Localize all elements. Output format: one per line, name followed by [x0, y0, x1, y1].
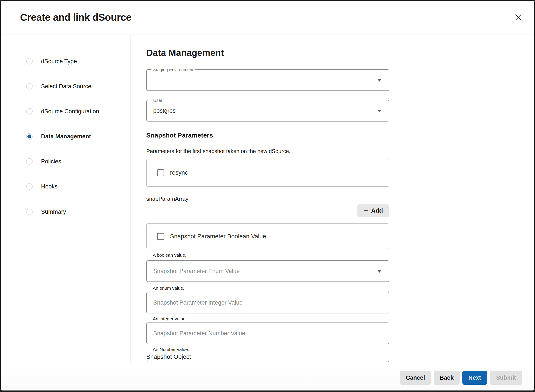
step-circle-icon [26, 83, 33, 90]
close-button[interactable] [513, 12, 524, 23]
chevron-down-icon [377, 110, 382, 112]
step-circle-icon [26, 209, 33, 215]
step-summary[interactable]: Summary [26, 207, 66, 216]
snapshot-boolean-label: Snapshot Parameter Boolean Value [170, 233, 266, 240]
dialog-title: Create and link dSource [20, 11, 131, 23]
snap-param-array-label: snapParamArray [146, 195, 389, 202]
enum-helper-text: An enum value. [146, 285, 389, 291]
panel-divider [131, 35, 131, 362]
resync-group: resync [146, 159, 389, 187]
create-dsource-dialog: Create and link dSource dSource Type Sel… [1, 1, 534, 391]
step-label: dSource Type [41, 58, 77, 65]
step-label: Data Management [41, 133, 91, 140]
snapshot-boolean-group: Snapshot Parameter Boolean Value [146, 224, 389, 249]
step-label: Summary [41, 209, 66, 215]
user-value: postgres [153, 107, 176, 114]
chevron-down-icon [377, 79, 382, 82]
screen-backdrop: Create and link dSource dSource Type Sel… [0, 0, 535, 392]
back-button[interactable]: Back [434, 371, 459, 385]
add-button-label: Add [371, 207, 383, 214]
step-label: Hooks [41, 183, 58, 190]
dialog-header: Create and link dSource [1, 1, 534, 34]
add-row: + Add [146, 204, 389, 217]
step-select-data-source[interactable]: Select Data Source [26, 82, 91, 91]
step-circle-icon [26, 108, 33, 115]
user-label: User [152, 98, 164, 103]
step-circle-icon [26, 58, 33, 65]
resync-label: resync [170, 169, 188, 176]
step-label: Select Data Source [41, 83, 91, 90]
page-title: Data Management [146, 48, 224, 58]
snapshot-parameters-heading: Snapshot Parameters [146, 131, 389, 139]
form-scroll-area[interactable]: Staging Environment User postgres Snapsh… [146, 69, 389, 364]
step-dsource-configuration[interactable]: dSource Configuration [26, 107, 99, 116]
close-icon [514, 13, 523, 22]
user-select[interactable]: User postgres [146, 100, 389, 121]
step-data-management[interactable]: Data Management [26, 132, 91, 141]
cancel-button[interactable]: Cancel [400, 371, 431, 385]
data-management-panel: Data Management Staging Environment User… [146, 35, 389, 362]
snapshot-integer-field-wrap [146, 292, 389, 313]
step-dsource-type[interactable]: dSource Type [26, 57, 77, 66]
dialog-body: dSource Type Select Data Source dSource … [1, 35, 534, 362]
staging-environment-select[interactable]: Staging Environment [146, 69, 389, 91]
snapshot-parameters-description: Parameters for the first snapshot taken … [146, 148, 389, 154]
number-helper-text: An Number value. [146, 347, 389, 352]
staging-environment-label: Staging Environment [152, 69, 195, 73]
step-label: Policies [41, 158, 61, 165]
submit-button[interactable]: Submit [490, 371, 522, 385]
boolean-helper-text: A boolean value. [146, 252, 389, 258]
wizard-stepper: dSource Type Select Data Source dSource … [1, 35, 130, 362]
step-label: dSource Configuration [41, 108, 99, 115]
add-button[interactable]: + Add [357, 204, 389, 217]
step-circle-icon [26, 183, 33, 190]
snapshot-boolean-checkbox[interactable] [157, 233, 164, 240]
snapshot-enum-placeholder: Snapshot Parameter Enum Value [153, 268, 240, 275]
step-active-circle-icon [26, 133, 33, 140]
resync-checkbox[interactable] [157, 169, 164, 176]
step-policies[interactable]: Policies [26, 157, 61, 166]
snapshot-number-field-wrap [146, 322, 389, 344]
snapshot-integer-input[interactable] [147, 292, 389, 313]
snapshot-enum-select[interactable]: Snapshot Parameter Enum Value [146, 260, 389, 282]
dialog-footer: Cancel Back Next Submit [1, 362, 534, 391]
step-hooks[interactable]: Hooks [26, 182, 58, 191]
chevron-down-icon [377, 270, 382, 273]
step-circle-icon [26, 158, 33, 165]
plus-icon: + [364, 207, 368, 214]
snapshot-object-label: Snapshot Object [146, 353, 389, 360]
integer-helper-text: An integer value. [146, 316, 389, 322]
next-button[interactable]: Next [462, 371, 487, 385]
snapshot-number-input[interactable] [147, 323, 389, 344]
